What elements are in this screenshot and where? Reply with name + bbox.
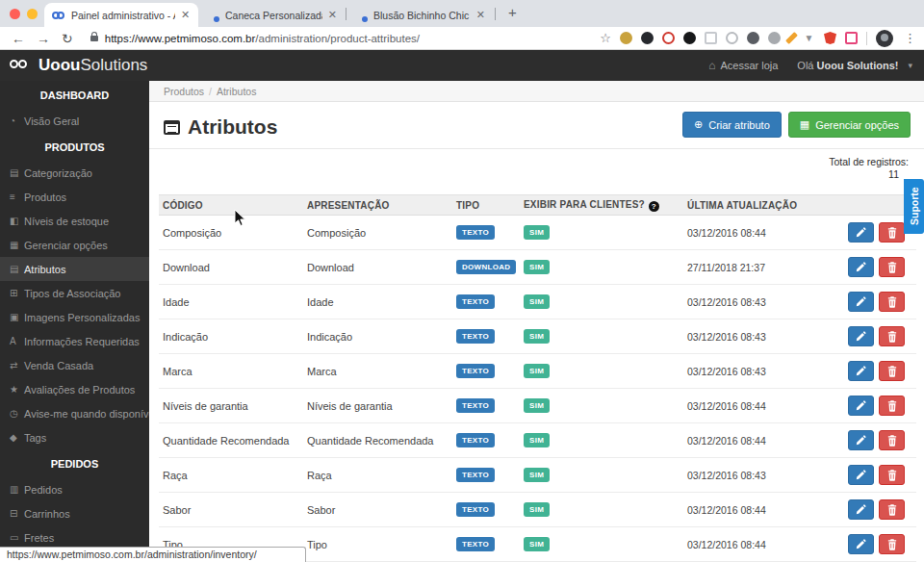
profile-avatar[interactable] <box>876 30 893 47</box>
extension-chat-icon[interactable] <box>768 32 781 44</box>
cell-exibir: SIM <box>520 225 683 240</box>
sidebar-item-cross-sell[interactable]: ⇄Venda Casada <box>0 353 149 377</box>
cell-apresentacao: Composição <box>303 227 452 239</box>
edit-button[interactable] <box>848 534 874 554</box>
sidebar-item-label: Imagens Personalizadas <box>24 312 140 323</box>
attributes-table: CÓDIGO APRESENTAÇÃO TIPO EXIBIR PARA CLI… <box>159 194 916 562</box>
edit-button[interactable] <box>848 361 874 381</box>
browser-tab-active[interactable]: Painel administrativo - Atributo ✕ <box>44 3 198 27</box>
sidebar-item-stock-levels[interactable]: ◧Níveis de estoque <box>0 209 149 233</box>
sidebar-item-reviews-star[interactable]: ★Avaliações de Produtos <box>0 377 149 401</box>
sidebar-item-carts[interactable]: ⊟Carrinhos <box>0 501 149 525</box>
support-tab[interactable]: Suporte <box>904 179 924 234</box>
browser-tab-3[interactable]: Blusão Bichinho Chic Capuz M ✕ <box>346 3 493 27</box>
cell-codigo: Marca <box>159 366 303 377</box>
pencil-icon <box>856 470 866 480</box>
extension-pencil-icon[interactable] <box>785 32 798 44</box>
extension-honey-icon[interactable] <box>620 32 632 44</box>
sidebar-item-required-info[interactable]: AInformações Requeridas <box>0 329 149 353</box>
delete-button[interactable] <box>879 361 905 381</box>
sidebar-item-label: Visão Geral <box>24 115 79 127</box>
delete-button[interactable] <box>879 534 905 554</box>
sidebar-item-notify-clock[interactable]: ◷Avise-me quando disponível <box>0 401 149 425</box>
refresh-icon[interactable]: ↻ <box>62 31 73 46</box>
create-attribute-button[interactable]: ⊕ Criar atributo <box>682 112 782 138</box>
cell-actions <box>844 292 916 312</box>
delete-button[interactable] <box>879 222 905 243</box>
extension-eyedropper-icon[interactable] <box>747 32 759 44</box>
extension-red-ring-icon[interactable] <box>662 32 675 44</box>
manage-options-button[interactable]: ▦ Gerenciar opções <box>788 112 911 138</box>
extension-gray-ring-icon[interactable] <box>726 32 738 44</box>
delete-button[interactable] <box>879 396 905 416</box>
edit-button[interactable] <box>848 499 874 520</box>
breadcrumb-parent[interactable]: Produtos <box>164 86 204 97</box>
extension-black-arrow-icon[interactable] <box>683 32 696 44</box>
pencil-icon <box>856 504 866 515</box>
forward-icon[interactable]: → <box>37 31 50 46</box>
sidebar-item-manage-options[interactable]: ▦Gerenciar opções <box>0 233 149 257</box>
cell-atualizacao: 03/12/2016 08:44 <box>683 400 844 412</box>
tab-close-icon[interactable]: ✕ <box>328 9 337 21</box>
extension-v-icon[interactable]: ▼ <box>803 32 815 44</box>
infinity-favicon-icon <box>52 9 65 22</box>
table-row: Raça Raça TEXTO SIM 03/12/2016 08:43 <box>159 458 916 493</box>
cell-atualizacao: 27/11/2018 21:37 <box>683 262 844 273</box>
extension-dark-circle-icon[interactable] <box>641 32 654 44</box>
sidebar-item-products-list[interactable]: ≡Produtos <box>0 185 149 209</box>
edit-button[interactable] <box>848 465 874 485</box>
edit-button[interactable] <box>848 257 874 277</box>
column-header-atualizacao: ÚLTIMA ATUALIZAÇÃO <box>683 200 844 211</box>
sidebar-item-association-types[interactable]: ⊞Tipos de Associação <box>0 281 149 305</box>
edit-button[interactable] <box>848 430 874 450</box>
extension-pink-square-icon[interactable] <box>845 32 858 44</box>
chevron-down-icon: ▾ <box>908 61 912 70</box>
table-row: Composição Composição TEXTO SIM 03/12/20… <box>159 216 916 250</box>
sidebar-item-label: Avaliações de Produtos <box>24 384 135 396</box>
edit-button[interactable] <box>848 222 874 243</box>
extension-square-outline-icon[interactable] <box>705 32 717 44</box>
new-tab-button[interactable]: + <box>508 4 517 20</box>
logo-rings-icon <box>10 59 33 72</box>
sidebar-item-gauge[interactable]: ◔Visão Geral <box>0 109 149 133</box>
delete-button[interactable] <box>879 257 905 277</box>
edit-button[interactable] <box>848 396 874 416</box>
help-tooltip-icon[interactable]: ? <box>649 201 659 212</box>
browser-menu-icon[interactable]: ⋮ <box>904 31 916 45</box>
sidebar-item-orders[interactable]: ▥Pedidos <box>0 477 149 501</box>
sidebar-item-categories[interactable]: ▤Categorização <box>0 161 149 185</box>
tab-close-icon[interactable]: ✕ <box>476 9 485 21</box>
delete-button[interactable] <box>879 499 905 520</box>
gauge-icon: ◔ <box>10 115 24 126</box>
cell-exibir: SIM <box>520 260 683 274</box>
cell-tipo: TEXTO <box>452 468 520 482</box>
browser-tab-2[interactable]: Caneca Personalizada Porcela ✕ <box>198 3 345 27</box>
tab-close-icon[interactable]: ✕ <box>181 9 190 21</box>
delete-button[interactable] <box>879 292 905 312</box>
options-grid-icon: ▦ <box>800 118 809 131</box>
cell-actions <box>844 396 916 416</box>
bookmark-star-icon[interactable]: ☆ <box>600 31 611 45</box>
delete-button[interactable] <box>879 326 905 346</box>
back-icon[interactable]: ← <box>12 31 25 46</box>
records-total: Total de registros: 11 <box>829 156 909 181</box>
address-bar[interactable]: https://www.petmimoso.com.br/administrat… <box>105 33 420 44</box>
sidebar-item-custom-images[interactable]: ▣Imagens Personalizadas <box>0 305 149 329</box>
access-store-link[interactable]: ⌂ Acessar loja <box>708 59 778 72</box>
delete-button[interactable] <box>879 430 905 450</box>
cell-apresentacao: Quantidade Recomendada <box>303 435 452 447</box>
cell-codigo: Quantidade Recomendada <box>159 435 303 447</box>
edit-button[interactable] <box>848 292 874 312</box>
cell-atualizacao: 03/12/2016 08:44 <box>683 227 844 239</box>
sidebar-item-attributes[interactable]: ▤Atributos <box>0 257 149 281</box>
user-menu[interactable]: Olá Uoou Solutions! ▾ <box>797 60 912 71</box>
close-window-icon[interactable] <box>10 9 20 19</box>
tab-title: Painel administrativo - Atributo <box>71 10 175 21</box>
sidebar-item-tags[interactable]: ◆Tags <box>0 425 149 449</box>
delete-button[interactable] <box>879 465 905 485</box>
cell-apresentacao: Níveis de garantia <box>303 400 452 412</box>
minimize-window-icon[interactable] <box>27 9 38 19</box>
edit-button[interactable] <box>848 326 874 346</box>
extension-shield-icon[interactable] <box>824 32 836 44</box>
cell-atualizacao: 03/12/2016 08:43 <box>683 470 844 481</box>
